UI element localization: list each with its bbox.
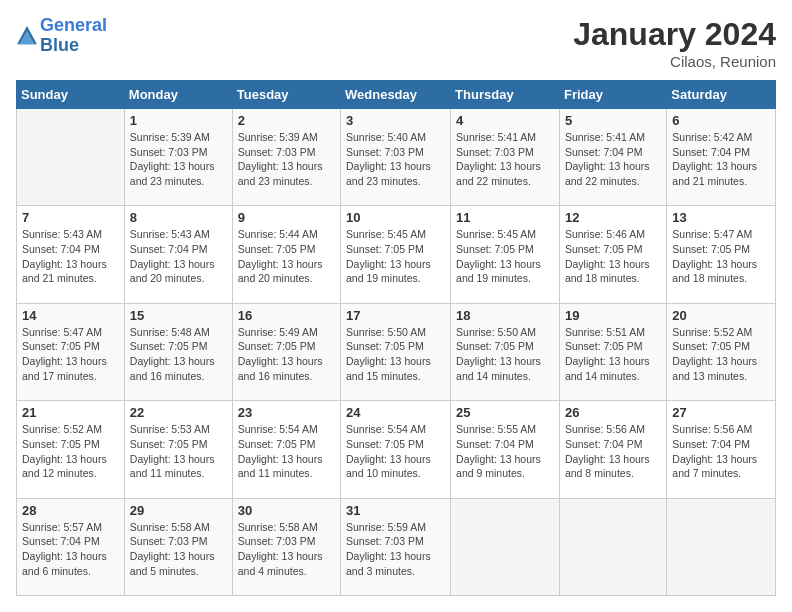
calendar-cell: 12 Sunrise: 5:46 AM Sunset: 7:05 PM Dayl…	[559, 206, 666, 303]
day-number: 30	[238, 503, 335, 518]
day-detail: Sunrise: 5:41 AM Sunset: 7:04 PM Dayligh…	[565, 130, 661, 189]
day-number: 19	[565, 308, 661, 323]
sunrise-text: Sunrise: 5:46 AM	[565, 227, 661, 242]
calendar-cell: 11 Sunrise: 5:45 AM Sunset: 7:05 PM Dayl…	[451, 206, 560, 303]
calendar-cell: 20 Sunrise: 5:52 AM Sunset: 7:05 PM Dayl…	[667, 303, 776, 400]
day-number: 24	[346, 405, 445, 420]
day-number: 13	[672, 210, 770, 225]
daylight-text: Daylight: 13 hours and 18 minutes.	[565, 257, 661, 286]
day-number: 27	[672, 405, 770, 420]
sunrise-text: Sunrise: 5:59 AM	[346, 520, 445, 535]
sunrise-text: Sunrise: 5:42 AM	[672, 130, 770, 145]
day-number: 1	[130, 113, 227, 128]
calendar-cell: 16 Sunrise: 5:49 AM Sunset: 7:05 PM Dayl…	[232, 303, 340, 400]
day-number: 10	[346, 210, 445, 225]
daylight-text: Daylight: 13 hours and 13 minutes.	[672, 354, 770, 383]
day-number: 23	[238, 405, 335, 420]
daylight-text: Daylight: 13 hours and 18 minutes.	[672, 257, 770, 286]
day-number: 14	[22, 308, 119, 323]
sunset-text: Sunset: 7:04 PM	[456, 437, 554, 452]
page: General Blue January 2024 Cilaos, Reunio…	[0, 0, 792, 612]
day-number: 16	[238, 308, 335, 323]
day-detail: Sunrise: 5:51 AM Sunset: 7:05 PM Dayligh…	[565, 325, 661, 384]
day-detail: Sunrise: 5:45 AM Sunset: 7:05 PM Dayligh…	[456, 227, 554, 286]
day-number: 17	[346, 308, 445, 323]
sunrise-text: Sunrise: 5:41 AM	[565, 130, 661, 145]
calendar-cell	[667, 498, 776, 595]
sunset-text: Sunset: 7:05 PM	[672, 242, 770, 257]
sunset-text: Sunset: 7:04 PM	[672, 145, 770, 160]
daylight-text: Daylight: 13 hours and 23 minutes.	[238, 159, 335, 188]
sunset-text: Sunset: 7:03 PM	[346, 534, 445, 549]
logo-line1: General	[40, 15, 107, 35]
day-detail: Sunrise: 5:56 AM Sunset: 7:04 PM Dayligh…	[672, 422, 770, 481]
day-number: 4	[456, 113, 554, 128]
sunrise-text: Sunrise: 5:39 AM	[238, 130, 335, 145]
calendar-cell: 23 Sunrise: 5:54 AM Sunset: 7:05 PM Dayl…	[232, 401, 340, 498]
day-number: 25	[456, 405, 554, 420]
day-detail: Sunrise: 5:54 AM Sunset: 7:05 PM Dayligh…	[238, 422, 335, 481]
daylight-text: Daylight: 13 hours and 3 minutes.	[346, 549, 445, 578]
sunrise-text: Sunrise: 5:51 AM	[565, 325, 661, 340]
sunset-text: Sunset: 7:03 PM	[346, 145, 445, 160]
day-number: 7	[22, 210, 119, 225]
day-detail: Sunrise: 5:55 AM Sunset: 7:04 PM Dayligh…	[456, 422, 554, 481]
day-detail: Sunrise: 5:47 AM Sunset: 7:05 PM Dayligh…	[672, 227, 770, 286]
sunrise-text: Sunrise: 5:47 AM	[22, 325, 119, 340]
calendar-cell: 18 Sunrise: 5:50 AM Sunset: 7:05 PM Dayl…	[451, 303, 560, 400]
calendar-week-row: 14 Sunrise: 5:47 AM Sunset: 7:05 PM Dayl…	[17, 303, 776, 400]
day-detail: Sunrise: 5:44 AM Sunset: 7:05 PM Dayligh…	[238, 227, 335, 286]
sunset-text: Sunset: 7:05 PM	[346, 339, 445, 354]
col-saturday: Saturday	[667, 81, 776, 109]
sunset-text: Sunset: 7:05 PM	[238, 437, 335, 452]
calendar-week-row: 21 Sunrise: 5:52 AM Sunset: 7:05 PM Dayl…	[17, 401, 776, 498]
daylight-text: Daylight: 13 hours and 21 minutes.	[672, 159, 770, 188]
day-number: 15	[130, 308, 227, 323]
calendar-cell: 27 Sunrise: 5:56 AM Sunset: 7:04 PM Dayl…	[667, 401, 776, 498]
day-detail: Sunrise: 5:53 AM Sunset: 7:05 PM Dayligh…	[130, 422, 227, 481]
sunrise-text: Sunrise: 5:48 AM	[130, 325, 227, 340]
day-detail: Sunrise: 5:49 AM Sunset: 7:05 PM Dayligh…	[238, 325, 335, 384]
day-number: 11	[456, 210, 554, 225]
sunset-text: Sunset: 7:05 PM	[565, 242, 661, 257]
calendar-cell: 14 Sunrise: 5:47 AM Sunset: 7:05 PM Dayl…	[17, 303, 125, 400]
daylight-text: Daylight: 13 hours and 6 minutes.	[22, 549, 119, 578]
sunset-text: Sunset: 7:04 PM	[565, 437, 661, 452]
sunrise-text: Sunrise: 5:43 AM	[130, 227, 227, 242]
daylight-text: Daylight: 13 hours and 17 minutes.	[22, 354, 119, 383]
calendar-cell: 3 Sunrise: 5:40 AM Sunset: 7:03 PM Dayli…	[341, 109, 451, 206]
calendar-cell: 25 Sunrise: 5:55 AM Sunset: 7:04 PM Dayl…	[451, 401, 560, 498]
calendar-cell: 2 Sunrise: 5:39 AM Sunset: 7:03 PM Dayli…	[232, 109, 340, 206]
sunrise-text: Sunrise: 5:39 AM	[130, 130, 227, 145]
sunrise-text: Sunrise: 5:40 AM	[346, 130, 445, 145]
day-number: 28	[22, 503, 119, 518]
day-number: 5	[565, 113, 661, 128]
daylight-text: Daylight: 13 hours and 11 minutes.	[130, 452, 227, 481]
sunset-text: Sunset: 7:05 PM	[672, 339, 770, 354]
sunset-text: Sunset: 7:03 PM	[238, 145, 335, 160]
daylight-text: Daylight: 13 hours and 5 minutes.	[130, 549, 227, 578]
sunset-text: Sunset: 7:05 PM	[238, 339, 335, 354]
sunset-text: Sunset: 7:05 PM	[456, 339, 554, 354]
day-number: 18	[456, 308, 554, 323]
calendar-cell: 21 Sunrise: 5:52 AM Sunset: 7:05 PM Dayl…	[17, 401, 125, 498]
calendar-cell	[451, 498, 560, 595]
day-number: 9	[238, 210, 335, 225]
calendar-week-row: 7 Sunrise: 5:43 AM Sunset: 7:04 PM Dayli…	[17, 206, 776, 303]
daylight-text: Daylight: 13 hours and 9 minutes.	[456, 452, 554, 481]
daylight-text: Daylight: 13 hours and 12 minutes.	[22, 452, 119, 481]
sunset-text: Sunset: 7:04 PM	[22, 534, 119, 549]
sunrise-text: Sunrise: 5:43 AM	[22, 227, 119, 242]
daylight-text: Daylight: 13 hours and 20 minutes.	[238, 257, 335, 286]
sunrise-text: Sunrise: 5:45 AM	[456, 227, 554, 242]
day-detail: Sunrise: 5:39 AM Sunset: 7:03 PM Dayligh…	[238, 130, 335, 189]
day-detail: Sunrise: 5:45 AM Sunset: 7:05 PM Dayligh…	[346, 227, 445, 286]
day-detail: Sunrise: 5:43 AM Sunset: 7:04 PM Dayligh…	[22, 227, 119, 286]
calendar-cell: 4 Sunrise: 5:41 AM Sunset: 7:03 PM Dayli…	[451, 109, 560, 206]
calendar-cell: 31 Sunrise: 5:59 AM Sunset: 7:03 PM Dayl…	[341, 498, 451, 595]
sunrise-text: Sunrise: 5:58 AM	[130, 520, 227, 535]
calendar-cell: 30 Sunrise: 5:58 AM Sunset: 7:03 PM Dayl…	[232, 498, 340, 595]
calendar-cell: 10 Sunrise: 5:45 AM Sunset: 7:05 PM Dayl…	[341, 206, 451, 303]
daylight-text: Daylight: 13 hours and 15 minutes.	[346, 354, 445, 383]
day-number: 3	[346, 113, 445, 128]
